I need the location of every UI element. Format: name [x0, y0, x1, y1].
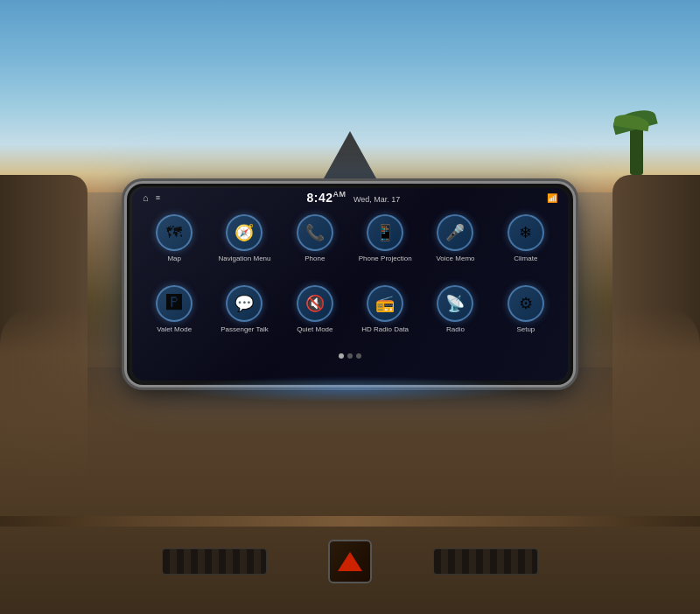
time-value: 8:42 [307, 191, 333, 205]
time-display: 8:42AM [307, 191, 350, 205]
app-grid: 🗺Map🧭Navigation Menu📞Phone📱Phone Project… [132, 207, 568, 352]
quiet-mode-label: Quiet Mode [297, 325, 332, 334]
infotainment-screen: ⌂ ≡ 8:42AM Wed, Mar. 17 📶 🗺Map🧭Navigatio… [132, 188, 568, 380]
app-phone[interactable]: 📞Phone [282, 211, 348, 278]
pagination-dot-1[interactable] [347, 353, 353, 359]
home-icon[interactable]: ⌂ [143, 192, 149, 203]
status-bar: ⌂ ≡ 8:42AM Wed, Mar. 17 📶 [132, 188, 568, 207]
setup-icon: ⚙ [508, 285, 544, 322]
ampm-label: AM [333, 190, 346, 199]
passenger-talk-icon: 💬 [226, 285, 262, 322]
signal-icon: 📶 [547, 193, 557, 203]
status-center: 8:42AM Wed, Mar. 17 [307, 190, 401, 206]
passenger-talk-label: Passenger Talk [220, 325, 269, 334]
status-right: 📶 [547, 193, 557, 203]
screen-glow [175, 376, 525, 402]
app-setup[interactable]: ⚙Setup [493, 282, 559, 349]
app-climate[interactable]: ❄Climate [493, 211, 559, 278]
app-passenger-talk[interactable]: 💬Passenger Talk [211, 282, 277, 349]
date-display: Wed, Mar. 17 [354, 195, 400, 204]
leather-strip [0, 516, 700, 527]
vents-area [131, 527, 569, 597]
pagination-dot-0[interactable] [339, 353, 344, 359]
radio-label: Radio [446, 325, 465, 334]
app-voice-memo[interactable]: 🎤Voice Memo [422, 211, 488, 278]
setup-label: Setup [516, 325, 535, 334]
app-phone-projection[interactable]: 📱Phone Projection [352, 211, 418, 278]
app-valet-mode[interactable]: 🅿Valet Mode [141, 282, 207, 349]
voice-memo-icon: 🎤 [437, 214, 473, 251]
climate-label: Climate [514, 255, 537, 263]
pagination [132, 352, 568, 360]
right-vent [433, 548, 538, 575]
hazard-button[interactable] [328, 540, 372, 583]
phone-projection-label: Phone Projection [359, 255, 412, 263]
valet-mode-icon: 🅿 [156, 285, 192, 322]
climate-icon: ❄ [508, 214, 544, 251]
app-hd-radio-data[interactable]: 📻HD Radio Data [352, 282, 418, 349]
app-map[interactable]: 🗺Map [141, 211, 207, 278]
voice-memo-label: Voice Memo [436, 255, 474, 263]
map-label: Map [167, 255, 181, 263]
radio-icon: 📡 [437, 285, 473, 322]
navigation-menu-icon: 🧭 [226, 214, 262, 251]
hd-radio-data-label: HD Radio Data [361, 325, 409, 334]
valet-mode-label: Valet Mode [157, 325, 192, 334]
phone-label: Phone [304, 255, 325, 263]
left-vent [162, 548, 267, 575]
menu-icon[interactable]: ≡ [156, 193, 160, 202]
app-quiet-mode[interactable]: 🔇Quiet Mode [282, 282, 348, 349]
pagination-dot-2[interactable] [356, 353, 361, 359]
map-icon: 🗺 [156, 214, 192, 251]
phone-icon: 📞 [297, 214, 333, 251]
navigation-menu-label: Navigation Menu [218, 255, 270, 263]
app-navigation-menu[interactable]: 🧭Navigation Menu [211, 211, 277, 278]
phone-projection-icon: 📱 [367, 214, 403, 251]
hazard-triangle-icon [338, 552, 362, 571]
hd-radio-data-icon: 📻 [367, 285, 403, 322]
quiet-mode-icon: 🔇 [297, 285, 333, 322]
status-left: ⌂ ≡ [143, 192, 160, 203]
scene: ⌂ ≡ 8:42AM Wed, Mar. 17 📶 🗺Map🧭Navigatio… [0, 0, 700, 614]
app-radio[interactable]: 📡Radio [422, 282, 488, 349]
